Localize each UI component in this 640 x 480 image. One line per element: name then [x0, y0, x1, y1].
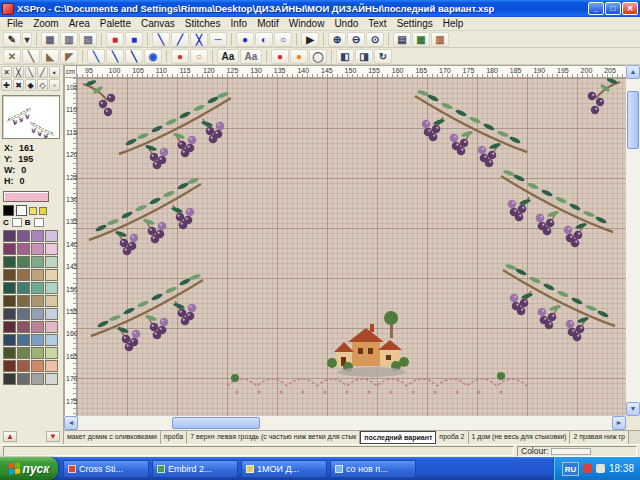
close-button[interactable]: ✕	[622, 2, 638, 15]
palette-color-swatch[interactable]	[17, 282, 30, 294]
horizontal-scrollbar[interactable]: ◄ ►	[64, 416, 626, 430]
palette-color-swatch[interactable]	[3, 334, 16, 346]
palette-color-swatch[interactable]	[17, 321, 30, 333]
start-button[interactable]: пуск	[0, 457, 58, 480]
b-column-box[interactable]	[34, 218, 44, 227]
pencil-dropdown[interactable]: ▾	[22, 32, 32, 47]
stitch-full-tool[interactable]: ✕	[1, 66, 12, 78]
vertical-scroll-thumb[interactable]	[627, 91, 639, 149]
taskbar-task[interactable]: Embird 2...	[152, 460, 238, 478]
knot-half[interactable]: ◐	[255, 32, 273, 47]
menu-window[interactable]: Window	[284, 17, 330, 30]
palette-color-swatch[interactable]	[31, 373, 44, 385]
menu-settings[interactable]: Settings	[392, 17, 438, 30]
taskbar-task[interactable]: Cross Sti...	[63, 460, 149, 478]
text-serif-tool[interactable]: Aa	[217, 49, 239, 64]
palette-color-swatch[interactable]	[17, 256, 30, 268]
palette-color-swatch[interactable]	[3, 347, 16, 359]
palette-color-swatch[interactable]	[31, 230, 44, 242]
pattern-tab[interactable]: макет домик с оливковками	[64, 431, 161, 444]
quarter-cross-tool[interactable]: ◣	[41, 49, 59, 64]
palette-color-swatch[interactable]	[31, 243, 44, 255]
palette-color-swatch[interactable]	[3, 321, 16, 333]
pattern-tab[interactable]: последний вариант	[360, 431, 436, 444]
pattern-tab[interactable]: 2 правая ниж гр	[570, 431, 629, 444]
taskbar-task[interactable]: 1МОИ Д...	[241, 460, 327, 478]
french-knot-tool[interactable]: ◉	[144, 49, 162, 64]
palette-color-swatch[interactable]	[45, 243, 58, 255]
color-ring[interactable]: ◯	[309, 49, 327, 64]
palette-color-swatch[interactable]	[17, 295, 30, 307]
palette-color-swatch[interactable]	[17, 360, 30, 372]
thread-list[interactable]: ▥	[431, 32, 449, 47]
three-quarter-tool[interactable]: ◤	[60, 49, 78, 64]
palette-color-swatch[interactable]	[3, 282, 16, 294]
knot-filled[interactable]: ●	[236, 32, 254, 47]
palette-color-swatch[interactable]	[45, 373, 58, 385]
palette-color-swatch[interactable]	[3, 373, 16, 385]
maximize-button[interactable]: □	[605, 2, 621, 15]
cross-stitch-tool[interactable]: ✕	[3, 49, 21, 64]
palette-color-swatch[interactable]	[45, 308, 58, 320]
accent-color-swatch[interactable]	[29, 207, 37, 215]
scroll-right-button[interactable]: ►	[612, 416, 626, 430]
quarter-stitch-mode[interactable]: ▧	[79, 32, 97, 47]
back-color-swatch[interactable]: ■	[125, 32, 143, 47]
backstitch-diag-right[interactable]: ╱	[171, 32, 189, 47]
menu-stitches[interactable]: Stitches	[180, 17, 226, 30]
titlebar[interactable]: XSPro - C:\Documents and Settings\Rimma\…	[0, 0, 640, 17]
palette-color-swatch[interactable]	[17, 347, 30, 359]
pattern-tab[interactable]: 7 верхн левая гроздь (с частью ниж ветки…	[187, 431, 360, 444]
palette-color-swatch[interactable]	[31, 347, 44, 359]
stitch-half-left-tool[interactable]: ╲	[25, 66, 36, 78]
palette-color-swatch[interactable]	[3, 256, 16, 268]
menu-palette[interactable]: Palette	[95, 17, 136, 30]
menu-area[interactable]: Area	[64, 17, 95, 30]
menu-text[interactable]: Text	[363, 17, 391, 30]
palette-color-swatch[interactable]	[3, 243, 16, 255]
palette-color-swatch[interactable]	[31, 321, 44, 333]
palette-color-swatch[interactable]	[17, 373, 30, 385]
pattern-tab[interactable]: 1 дом (не весь для стыковки)	[469, 431, 571, 444]
palette-color-swatch[interactable]	[45, 295, 58, 307]
palette-color-swatch[interactable]	[31, 308, 44, 320]
pattern-tab[interactable]: проба	[161, 431, 187, 444]
bead-tool[interactable]: ●	[171, 49, 189, 64]
stitch-double-tool[interactable]: ╳	[13, 66, 24, 78]
menu-motif[interactable]: Motif	[252, 17, 284, 30]
stitch-small-tool[interactable]: ▫	[49, 79, 60, 91]
half-stitch-mode[interactable]: ▥	[60, 32, 78, 47]
pattern-tab[interactable]: проба 2	[436, 431, 468, 444]
backstitch-medium[interactable]: ╲	[106, 49, 124, 64]
palette-color-swatch[interactable]	[31, 282, 44, 294]
select-tool[interactable]: ▶	[301, 32, 319, 47]
palette-color-swatch[interactable]	[45, 282, 58, 294]
stitch-add-tool[interactable]: ✚	[1, 79, 12, 91]
scroll-down-button[interactable]: ▼	[626, 402, 640, 416]
current-color-swatch[interactable]	[3, 191, 49, 202]
palette-color-swatch[interactable]	[3, 230, 16, 242]
knot-outline[interactable]: ○	[274, 32, 292, 47]
horizontal-scroll-thumb[interactable]	[172, 417, 260, 429]
stitch-erase-tool[interactable]: ✖	[13, 79, 24, 91]
palette-color-swatch[interactable]	[17, 308, 30, 320]
stitch-half-right-tool[interactable]: ╱	[37, 66, 48, 78]
c-column-box[interactable]	[12, 218, 22, 227]
tray-icon[interactable]	[583, 464, 592, 473]
mirror-horizontal[interactable]: ◧	[336, 49, 354, 64]
menu-info[interactable]: Info	[225, 17, 252, 30]
backstitch-cross[interactable]: ╳	[190, 32, 208, 47]
palette-color-swatch[interactable]	[17, 230, 30, 242]
palette-color-swatch[interactable]	[31, 269, 44, 281]
menu-canvas[interactable]: Canvas	[136, 17, 180, 30]
menu-undo[interactable]: Undo	[329, 17, 363, 30]
palette-color-swatch[interactable]	[45, 256, 58, 268]
backstitch-line[interactable]: ─	[209, 32, 227, 47]
palette-color-swatch[interactable]	[45, 321, 58, 333]
half-cross-tool[interactable]: ╲	[22, 49, 40, 64]
palette-color-swatch[interactable]	[31, 334, 44, 346]
color-dot-orange[interactable]: ●	[290, 49, 308, 64]
palette-up-button[interactable]: ▲	[3, 431, 17, 442]
stitch-dot-tool[interactable]: ▪	[49, 66, 60, 78]
palette-color-swatch[interactable]	[45, 360, 58, 372]
